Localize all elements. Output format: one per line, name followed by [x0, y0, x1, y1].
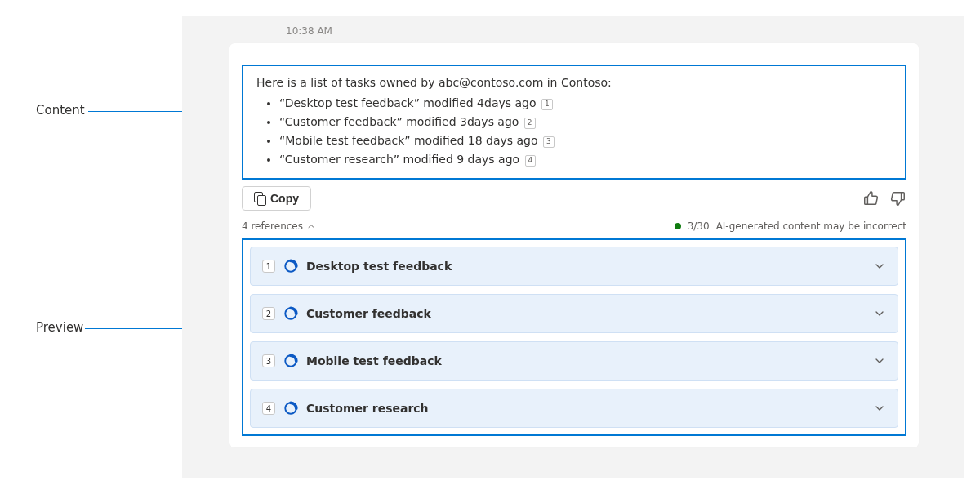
loop-icon [283, 306, 298, 321]
reference-number: 2 [262, 307, 275, 320]
references-toggle[interactable]: 4 references [242, 220, 316, 232]
reference-title: Customer feedback [306, 307, 431, 320]
reference-item[interactable]: 3 Mobile test feedback [250, 341, 898, 381]
chevron-down-icon [873, 402, 886, 415]
loop-icon [283, 401, 298, 416]
message-intro: Here is a list of tasks owned by abc@con… [256, 74, 892, 91]
thumbs-up-button[interactable] [862, 189, 880, 207]
page-background: 10:38 AM Here is a list of tasks owned b… [182, 16, 964, 478]
task-text: “Customer research” modified 9 days ago [279, 153, 519, 166]
task-list-item: “Customer research” modified 9 days ago … [279, 151, 892, 168]
chevron-down-icon [873, 354, 886, 367]
task-list-item: “Customer feedback” modified 3days ago 2 [279, 113, 892, 131]
callout-preview-label: Preview [36, 320, 83, 335]
chevron-down-icon [873, 307, 886, 320]
message-task-list: “Desktop test feedback” modified 4days a… [256, 95, 892, 168]
chevron-down-icon [873, 260, 886, 273]
reference-title: Customer research [306, 402, 429, 415]
reference-number: 4 [262, 402, 275, 415]
assistant-message-card: Here is a list of tasks owned by abc@con… [229, 43, 919, 447]
references-panel: 1 Desktop test feedback 2 Customer feedb… [242, 238, 906, 436]
copy-button[interactable]: Copy [242, 186, 311, 211]
thumbs-down-button[interactable] [889, 189, 906, 207]
message-timestamp: 10:38 AM [286, 25, 332, 37]
reference-title: Desktop test feedback [306, 260, 452, 273]
chevron-up-icon [306, 221, 316, 231]
citation-chip[interactable]: 1 [541, 99, 553, 110]
citation-chip[interactable]: 2 [524, 118, 536, 129]
task-list-item: “Mobile test feedback” modified 18 days … [279, 132, 892, 149]
usage-count: 3/30 [688, 220, 710, 232]
task-text: “Mobile test feedback” modified 18 days … [279, 134, 538, 147]
reference-number: 3 [262, 354, 275, 367]
citation-chip[interactable]: 3 [543, 136, 555, 148]
task-text: “Desktop test feedback” modified 4days a… [279, 96, 537, 109]
task-text: “Customer feedback” modified 3days ago [279, 115, 519, 128]
task-list-item: “Desktop test feedback” modified 4days a… [279, 95, 892, 112]
reference-item[interactable]: 2 Customer feedback [250, 294, 898, 333]
reference-item[interactable]: 4 Customer research [250, 389, 898, 428]
callout-content-label: Content [36, 103, 85, 118]
reference-number: 1 [262, 260, 275, 273]
loop-icon [283, 354, 298, 368]
copy-icon [254, 192, 265, 205]
copy-button-label: Copy [270, 192, 299, 205]
ai-disclaimer: AI-generated content may be incorrect [716, 220, 906, 232]
loop-icon [283, 259, 298, 274]
citation-chip[interactable]: 4 [525, 155, 537, 167]
reference-item[interactable]: 1 Desktop test feedback [250, 247, 898, 286]
references-toggle-label: 4 references [242, 220, 303, 232]
reference-title: Mobile test feedback [306, 354, 442, 367]
message-content-box: Here is a list of tasks owned by abc@con… [242, 65, 906, 180]
status-dot-icon [675, 223, 681, 229]
